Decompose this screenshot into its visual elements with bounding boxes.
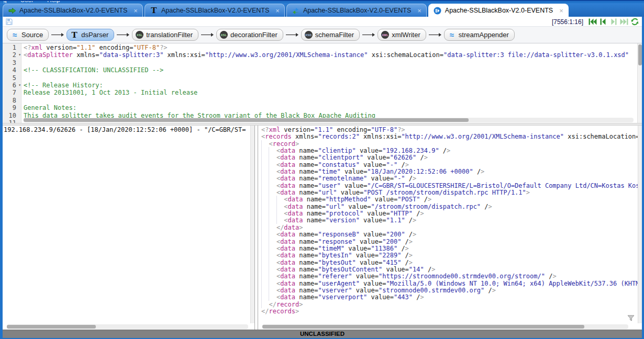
pipeline-link-arrow [117, 32, 129, 37]
step-output-xml[interactable]: <?xml version="1.1" encoding="UTF-8"?><r… [258, 126, 642, 315]
pipeline-element-source[interactable]: ≈ Source [7, 29, 49, 41]
pipeline-element-translationfilter[interactable]: XSL translationFilter [132, 29, 198, 41]
pipeline-element-streamappender[interactable]: ≈ streamAppender [444, 29, 515, 41]
step-output-pane: <?xml version="1.1" encoding="UTF-8"?><r… [258, 126, 642, 330]
step-location: [7556:1:16] [552, 18, 583, 26]
xsl-icon: XSL [136, 31, 143, 39]
scrollbar-thumb[interactable] [24, 118, 469, 122]
scrollbar-thumb[interactable] [638, 44, 642, 65]
pipeline-link-arrow [362, 32, 375, 37]
vertical-scrollbar[interactable] [250, 126, 254, 323]
tab-events-textconverter[interactable]: T Apache-SSLBlackBox-V2.0-EVENTS × [145, 4, 285, 17]
pipeline-icon [292, 6, 300, 15]
pipeline-element-xmlwriter[interactable]: XML xmlWriter [377, 29, 426, 41]
tab-events-stepping[interactable]: Apache-SSLBlackBox-V2.0-EVENTS × [428, 4, 569, 17]
horizontal-scrollbar[interactable] [262, 324, 628, 329]
pipeline-element-schemafilter[interactable]: XSD schemaFilter [301, 29, 360, 41]
tab-events-pipeline[interactable]: Apache-SSLBlackBox-V2.0-EVENTS × [286, 4, 427, 17]
scrollbar-thumb[interactable] [7, 325, 96, 329]
pipeline-link-arrow [429, 32, 441, 37]
data-splitter-editor: 12▾3456▾7891011 <?xml version="1.1" enco… [3, 43, 642, 123]
element-label: xmlWriter [392, 31, 420, 39]
stream-icon: ≈ [448, 31, 456, 39]
horizontal-scrollbar[interactable] [24, 118, 634, 122]
step-first-icon[interactable] [589, 18, 597, 26]
element-label: streamAppender [459, 31, 509, 39]
element-label: Source [21, 31, 43, 39]
close-icon[interactable]: × [559, 7, 563, 14]
text-icon: T [70, 31, 79, 39]
element-label: schemaFilter [315, 31, 354, 39]
pipeline-link-arrow [286, 32, 298, 37]
vertical-scrollbar[interactable] [637, 43, 642, 123]
refresh-icon[interactable] [630, 18, 639, 26]
xsl-icon: XSL [220, 31, 228, 39]
step-forward-icon[interactable] [609, 18, 618, 26]
classification-banner: UNCLASSIFIED [3, 330, 642, 338]
step-input-pane: 192.168.234.9/62626 - [18/Jan/2020:12:52… [3, 126, 254, 330]
pipeline-element-dsparser[interactable]: T dsParser [66, 29, 114, 41]
pipeline-link-arrow [51, 32, 64, 37]
step-input-text[interactable]: 192.168.234.9/62626 - [18/Jan/2020:12:52… [3, 126, 254, 133]
close-icon[interactable]: × [275, 7, 280, 14]
feed-icon [8, 6, 16, 15]
vertical-splitter[interactable] [254, 126, 258, 330]
xsd-icon: XSD [305, 31, 313, 39]
element-label: dsParser [81, 31, 108, 39]
scrollbar-thumb[interactable] [262, 325, 584, 329]
stroom-app-window: g User Help Apache-SSLBlackBox-V2.0-EVEN… [0, 0, 644, 339]
element-label: translationFilter [146, 31, 193, 39]
text-converter-icon: T [150, 6, 158, 15]
tab-label: Apache-SSLBlackBox-V2.0-EVENTS [161, 7, 269, 14]
stream-icon: ≈ [10, 31, 19, 39]
stepper-icon [434, 6, 442, 15]
tab-label: Apache-SSLBlackBox-V2.0-EVENTS [445, 7, 553, 14]
pipeline-element-decorationfilter[interactable]: XSL decorationFilter [216, 29, 283, 41]
close-icon[interactable]: × [134, 7, 138, 14]
stepping-toolbar: [7556:1:16] [3, 17, 642, 26]
filter-icon[interactable] [627, 314, 635, 323]
element-label: decorationFilter [230, 31, 277, 39]
horizontal-scrollbar[interactable] [7, 324, 248, 329]
step-last-icon[interactable] [620, 18, 628, 26]
save-icon[interactable] [5, 18, 13, 26]
pipeline-link-arrow [201, 32, 214, 37]
data-splitter-code[interactable]: <?xml version="1.1" encoding="UTF-8"?><d… [21, 43, 642, 123]
line-numbers[interactable]: 12▾3456▾7891011 [3, 43, 21, 123]
xml-icon: XML [381, 31, 389, 39]
step-back-icon[interactable] [599, 18, 607, 26]
vertical-scrollbar[interactable] [638, 126, 642, 323]
tab-label: Apache-SSLBlackBox-V2.0-EVENTS [19, 7, 127, 14]
tab-events-feed[interactable]: Apache-SSLBlackBox-V2.0-EVENTS × [3, 4, 143, 17]
tab-bar: Apache-SSLBlackBox-V2.0-EVENTS × T Apach… [0, 3, 644, 17]
close-icon[interactable]: × [417, 7, 421, 14]
pipeline-element-bar: ≈ Source T dsParser XSL translationFilte… [3, 26, 642, 43]
tab-label: Apache-SSLBlackBox-V2.0-EVENTS [303, 7, 411, 14]
